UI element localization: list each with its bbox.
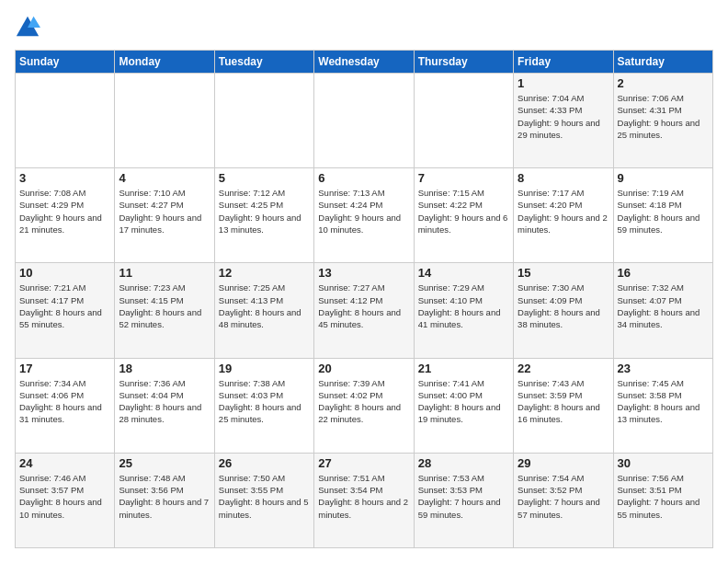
cal-cell: [414, 74, 513, 168]
day-info: Sunrise: 7:32 AM Sunset: 4:07 PM Dayligh…: [618, 282, 709, 330]
day-number: 13: [318, 266, 409, 280]
day-info: Sunrise: 7:17 AM Sunset: 4:20 PM Dayligh…: [518, 187, 609, 236]
week-row-3: 17Sunrise: 7:34 AM Sunset: 4:06 PM Dayli…: [16, 358, 713, 453]
day-info: Sunrise: 7:48 AM Sunset: 3:56 PM Dayligh…: [119, 472, 210, 521]
logo: [15, 15, 42, 40]
cal-cell: 9Sunrise: 7:19 AM Sunset: 4:18 PM Daylig…: [613, 168, 712, 263]
weekday-header-friday: Friday: [514, 51, 613, 74]
cal-cell: 28Sunrise: 7:53 AM Sunset: 3:53 PM Dayli…: [414, 453, 513, 547]
day-info: Sunrise: 7:46 AM Sunset: 3:57 PM Dayligh…: [19, 472, 110, 521]
weekday-header-monday: Monday: [115, 51, 214, 74]
cal-cell: 3Sunrise: 7:08 AM Sunset: 4:29 PM Daylig…: [16, 168, 115, 263]
cal-cell: [214, 74, 313, 168]
day-number: 16: [618, 266, 709, 280]
day-number: 12: [219, 266, 310, 280]
day-number: 10: [19, 266, 110, 280]
day-number: 21: [418, 362, 509, 375]
day-info: Sunrise: 7:54 AM Sunset: 3:52 PM Dayligh…: [518, 472, 609, 521]
day-number: 25: [119, 456, 210, 470]
cal-cell: 12Sunrise: 7:25 AM Sunset: 4:13 PM Dayli…: [214, 263, 313, 358]
cal-cell: 19Sunrise: 7:38 AM Sunset: 4:03 PM Dayli…: [214, 358, 313, 453]
day-number: 23: [618, 362, 709, 375]
day-info: Sunrise: 7:04 AM Sunset: 4:33 PM Dayligh…: [518, 92, 609, 141]
weekday-header-saturday: Saturday: [613, 51, 712, 74]
week-row-1: 3Sunrise: 7:08 AM Sunset: 4:29 PM Daylig…: [16, 168, 713, 263]
cal-cell: 27Sunrise: 7:51 AM Sunset: 3:54 PM Dayli…: [314, 453, 414, 547]
cal-cell: 7Sunrise: 7:15 AM Sunset: 4:22 PM Daylig…: [414, 168, 513, 263]
week-row-2: 10Sunrise: 7:21 AM Sunset: 4:17 PM Dayli…: [16, 263, 713, 358]
day-info: Sunrise: 7:21 AM Sunset: 4:17 PM Dayligh…: [19, 282, 110, 330]
day-number: 26: [219, 456, 310, 470]
day-number: 24: [19, 456, 110, 470]
day-number: 8: [518, 171, 609, 185]
day-info: Sunrise: 7:56 AM Sunset: 3:51 PM Dayligh…: [618, 472, 709, 521]
day-info: Sunrise: 7:23 AM Sunset: 4:15 PM Dayligh…: [119, 282, 210, 330]
day-number: 11: [119, 266, 210, 280]
day-info: Sunrise: 7:39 AM Sunset: 4:02 PM Dayligh…: [318, 377, 409, 426]
cal-cell: 11Sunrise: 7:23 AM Sunset: 4:15 PM Dayli…: [115, 263, 214, 358]
day-info: Sunrise: 7:34 AM Sunset: 4:06 PM Dayligh…: [19, 377, 110, 426]
day-number: 28: [418, 456, 509, 470]
day-number: 3: [19, 171, 110, 185]
cal-cell: 4Sunrise: 7:10 AM Sunset: 4:27 PM Daylig…: [115, 168, 214, 263]
cal-cell: 2Sunrise: 7:06 AM Sunset: 4:31 PM Daylig…: [613, 74, 712, 168]
cal-cell: [16, 74, 115, 168]
cal-cell: 22Sunrise: 7:43 AM Sunset: 3:59 PM Dayli…: [514, 358, 613, 453]
cal-cell: 25Sunrise: 7:48 AM Sunset: 3:56 PM Dayli…: [115, 453, 214, 547]
cal-cell: 26Sunrise: 7:50 AM Sunset: 3:55 PM Dayli…: [214, 453, 313, 547]
day-number: 2: [618, 76, 709, 90]
day-number: 18: [119, 362, 210, 375]
day-number: 7: [418, 171, 509, 185]
day-number: 30: [618, 456, 709, 470]
weekday-header-sunday: Sunday: [16, 51, 115, 74]
day-number: 17: [19, 362, 110, 375]
cal-cell: 17Sunrise: 7:34 AM Sunset: 4:06 PM Dayli…: [16, 358, 115, 453]
cal-cell: 16Sunrise: 7:32 AM Sunset: 4:07 PM Dayli…: [613, 263, 712, 358]
weekday-header-tuesday: Tuesday: [214, 51, 313, 74]
day-info: Sunrise: 7:13 AM Sunset: 4:24 PM Dayligh…: [318, 187, 409, 236]
cal-cell: 29Sunrise: 7:54 AM Sunset: 3:52 PM Dayli…: [514, 453, 613, 547]
day-number: 4: [119, 171, 210, 185]
day-info: Sunrise: 7:27 AM Sunset: 4:12 PM Dayligh…: [318, 282, 409, 330]
weekday-header-row: SundayMondayTuesdayWednesdayThursdayFrid…: [16, 51, 713, 74]
cal-cell: 13Sunrise: 7:27 AM Sunset: 4:12 PM Dayli…: [314, 263, 414, 358]
day-number: 19: [219, 362, 310, 375]
day-number: 22: [518, 362, 609, 375]
cal-cell: 24Sunrise: 7:46 AM Sunset: 3:57 PM Dayli…: [16, 453, 115, 547]
day-info: Sunrise: 7:38 AM Sunset: 4:03 PM Dayligh…: [219, 377, 310, 426]
day-number: 6: [318, 171, 409, 185]
calendar: SundayMondayTuesdayWednesdayThursdayFrid…: [15, 50, 713, 548]
day-number: 9: [618, 171, 709, 185]
day-number: 20: [318, 362, 409, 375]
day-info: Sunrise: 7:12 AM Sunset: 4:25 PM Dayligh…: [219, 187, 310, 236]
cal-cell: 5Sunrise: 7:12 AM Sunset: 4:25 PM Daylig…: [214, 168, 313, 263]
cal-cell: 30Sunrise: 7:56 AM Sunset: 3:51 PM Dayli…: [613, 453, 712, 547]
day-info: Sunrise: 7:19 AM Sunset: 4:18 PM Dayligh…: [618, 187, 709, 236]
cal-cell: 21Sunrise: 7:41 AM Sunset: 4:00 PM Dayli…: [414, 358, 513, 453]
day-number: 29: [518, 456, 609, 470]
week-row-4: 24Sunrise: 7:46 AM Sunset: 3:57 PM Dayli…: [16, 453, 713, 547]
day-info: Sunrise: 7:51 AM Sunset: 3:54 PM Dayligh…: [318, 472, 409, 521]
day-number: 27: [318, 456, 409, 470]
header: [15, 15, 713, 40]
calendar-table: SundayMondayTuesdayWednesdayThursdayFrid…: [15, 50, 713, 548]
cal-cell: [314, 74, 414, 168]
cal-cell: 8Sunrise: 7:17 AM Sunset: 4:20 PM Daylig…: [514, 168, 613, 263]
day-info: Sunrise: 7:08 AM Sunset: 4:29 PM Dayligh…: [19, 187, 110, 236]
day-info: Sunrise: 7:50 AM Sunset: 3:55 PM Dayligh…: [219, 472, 310, 521]
day-info: Sunrise: 7:29 AM Sunset: 4:10 PM Dayligh…: [418, 282, 509, 330]
day-info: Sunrise: 7:43 AM Sunset: 3:59 PM Dayligh…: [518, 377, 609, 426]
calendar-body: 1Sunrise: 7:04 AM Sunset: 4:33 PM Daylig…: [16, 74, 713, 548]
day-info: Sunrise: 7:30 AM Sunset: 4:09 PM Dayligh…: [518, 282, 609, 330]
cal-cell: 15Sunrise: 7:30 AM Sunset: 4:09 PM Dayli…: [514, 263, 613, 358]
day-number: 15: [518, 266, 609, 280]
day-info: Sunrise: 7:10 AM Sunset: 4:27 PM Dayligh…: [119, 187, 210, 236]
cal-cell: 14Sunrise: 7:29 AM Sunset: 4:10 PM Dayli…: [414, 263, 513, 358]
cal-cell: 20Sunrise: 7:39 AM Sunset: 4:02 PM Dayli…: [314, 358, 414, 453]
day-info: Sunrise: 7:36 AM Sunset: 4:04 PM Dayligh…: [119, 377, 210, 426]
cal-cell: [115, 74, 214, 168]
day-info: Sunrise: 7:25 AM Sunset: 4:13 PM Dayligh…: [219, 282, 310, 330]
day-number: 5: [219, 171, 310, 185]
logo-icon: [15, 15, 40, 40]
day-info: Sunrise: 7:45 AM Sunset: 3:58 PM Dayligh…: [618, 377, 709, 426]
